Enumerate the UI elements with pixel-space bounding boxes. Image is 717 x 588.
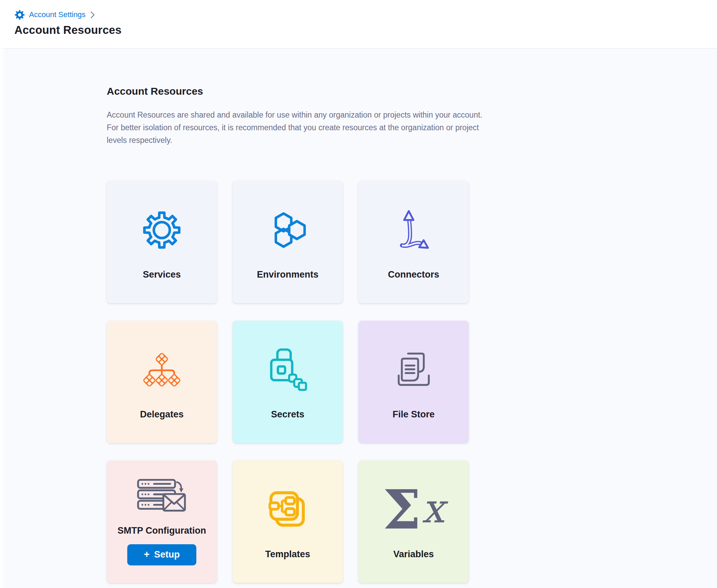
card-file-store[interactable]: File Store (358, 321, 469, 443)
main-content: Account Resources Account Resources are … (0, 49, 717, 583)
card-label: Connectors (388, 269, 439, 280)
card-label: Templates (265, 549, 310, 560)
description-line: Account Resources are shared and availab… (107, 109, 717, 121)
padlock-chain-icon (268, 344, 308, 396)
card-delegates[interactable]: Delegates (107, 321, 217, 443)
page-header: Account Settings Account Resources (0, 0, 717, 49)
gear-icon (143, 204, 181, 256)
page-title: Account Resources (14, 24, 717, 37)
card-services[interactable]: Services (107, 181, 217, 303)
hierarchy-icon (142, 344, 181, 396)
card-templates[interactable]: Templates (233, 460, 343, 583)
setup-button[interactable]: + Setup (127, 544, 196, 565)
sigma-glyph: Σ (383, 483, 421, 537)
card-label: File Store (392, 409, 434, 420)
description-line: For better isolation of resources, it is… (107, 121, 717, 134)
card-smtp-configuration[interactable]: SMTP Configuration + Setup (107, 460, 217, 583)
card-environments[interactable]: Environments (233, 181, 343, 303)
card-secrets[interactable]: Secrets (233, 321, 343, 443)
setup-button-label: Setup (154, 549, 180, 560)
card-label: Delegates (140, 409, 184, 420)
hexagons-icon (270, 204, 306, 256)
sigma-x-icon: Σ x (383, 484, 444, 535)
card-variables[interactable]: Σ x Variables (358, 460, 469, 583)
branch-arrows-icon (396, 204, 431, 256)
card-label: Secrets (271, 409, 304, 420)
description-line: levels respectively. (107, 134, 717, 147)
card-label: Environments (257, 269, 318, 280)
section-description: Account Resources are shared and availab… (107, 109, 717, 147)
template-stack-icon (269, 484, 307, 535)
breadcrumb-account-settings-link[interactable]: Account Settings (29, 10, 86, 19)
plus-icon: + (144, 549, 150, 559)
breadcrumb: Account Settings (14, 9, 717, 21)
account-settings-gear-icon (14, 10, 25, 20)
resource-card-grid: Services Environments (107, 181, 717, 583)
mail-server-icon (137, 478, 187, 514)
card-label: SMTP Configuration (118, 525, 206, 536)
section-heading: Account Resources (107, 85, 717, 97)
card-label: Variables (393, 549, 434, 560)
documents-tray-icon (396, 344, 431, 396)
card-connectors[interactable]: Connectors (358, 181, 469, 303)
chevron-right-icon (90, 11, 95, 19)
card-label: Services (143, 269, 181, 280)
x-glyph: x (422, 488, 445, 529)
